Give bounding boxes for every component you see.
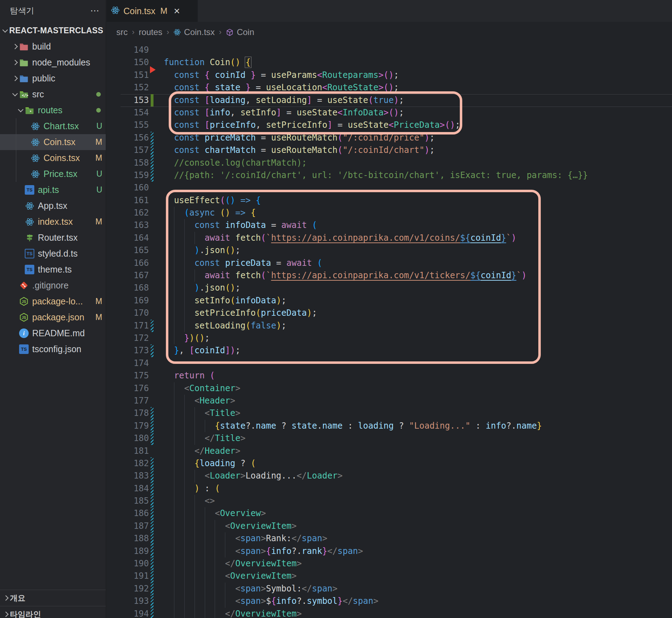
line-number[interactable]: 158 [106,157,149,169]
ts-file-icon: TS [19,344,29,354]
breadcrumb-segment-coin.tsx[interactable]: Coin.tsx [173,27,215,37]
line-number[interactable]: 157 [106,144,149,156]
chevron-right-icon [11,45,19,48]
node-file-icon: JS [19,297,29,306]
sidebar-item-app-tsx[interactable]: App.tsx [0,198,106,214]
sidebar-item--gitignore[interactable]: .gitignore [0,277,106,293]
code-editor[interactable]: 149150function Coin() {151 const { coinI… [106,44,672,618]
line-number[interactable]: 184 [106,482,149,495]
breadcrumb: src›routes› Coin.tsx› Coin [106,22,672,42]
line-number[interactable]: 172 [106,332,149,344]
breadcrumb-segment-src[interactable]: src [116,27,128,37]
line-number[interactable]: 192 [106,583,149,595]
sidebar-item-build[interactable]: build [0,39,106,55]
chevron-right-icon [11,76,19,80]
code-text: const [priceInfo, setPriceInfo] = useSta… [164,119,460,131]
line-number[interactable]: 153 [106,94,149,107]
sidebar-item-router-tsx[interactable]: Router.tsx [0,230,106,246]
line-number[interactable]: 176 [106,382,149,395]
line-number[interactable]: 179 [106,420,149,432]
code-text: <> [164,495,215,507]
sidebar-item-package-json[interactable]: JSpackage.jsonM [0,309,106,325]
line-number[interactable]: 175 [106,370,149,382]
sidebar-item-package-lo-[interactable]: JSpackage-lo...M [0,293,106,309]
code-line-161: 161 useEffect(() => { [106,194,672,207]
line-number[interactable]: 182 [106,457,149,470]
line-number[interactable]: 160 [106,182,149,194]
sidebar-item-index-tsx[interactable]: index.tsxM [0,214,106,230]
line-number[interactable]: 152 [106,81,149,94]
line-number[interactable]: 191 [106,570,149,582]
line-number[interactable]: 173 [106,344,149,357]
line-number[interactable]: 167 [106,269,149,282]
sidebar-item-src[interactable]: </>src [0,86,106,102]
tab-coin-tsx[interactable]: Coin.tsx M × [106,0,198,22]
line-number[interactable]: 150 [106,56,149,69]
ts-file-icon: TS [25,185,34,195]
file-label: package-lo... [32,296,83,307]
line-number[interactable]: 159 [106,169,149,182]
panel-outline[interactable]: 개요 [0,590,106,606]
gutter-modified-indicator [151,520,153,532]
code-line-184: 184 ) : ( [106,482,672,495]
line-number[interactable]: 155 [106,119,149,131]
code-text: setPriceInfo(priceData); [164,307,317,319]
line-number[interactable]: 154 [106,107,149,119]
tso-file-icon: TS [25,249,34,258]
line-number[interactable]: 163 [106,219,149,231]
breadcrumb-label: src [116,27,128,37]
line-number[interactable]: 171 [106,320,149,332]
line-number[interactable]: 188 [106,532,149,545]
code-text: (async () => { [164,207,256,219]
sidebar-item-node-modules[interactable]: node_modules [0,55,106,70]
breadcrumb-segment-coin[interactable]: Coin [226,27,254,37]
code-lines: 149150function Coin() {151 const { coinI… [106,44,672,618]
breadcrumb-label: Coin.tsx [184,27,215,37]
line-number[interactable]: 168 [106,282,149,294]
line-number[interactable]: 180 [106,432,149,445]
line-number[interactable]: 149 [106,44,149,56]
line-number[interactable]: 177 [106,395,149,407]
line-number[interactable]: 193 [106,595,149,607]
line-number[interactable]: 161 [106,194,149,207]
line-number[interactable]: 174 [106,357,149,370]
svg-text:JS: JS [22,316,26,320]
line-number[interactable]: 169 [106,294,149,307]
explorer-more-icon[interactable]: ⋯ [90,5,100,16]
line-number[interactable]: 162 [106,207,149,219]
gutter-marker-indicator [151,69,153,81]
line-number[interactable]: 183 [106,470,149,482]
line-number[interactable]: 186 [106,507,149,520]
sidebar-item-readme-md[interactable]: iREADME.md [0,325,106,341]
line-number[interactable]: 156 [106,132,149,144]
react-icon [111,6,120,16]
line-number[interactable]: 170 [106,307,149,319]
line-number[interactable]: 194 [106,608,149,618]
panel-outline-label: 개요 [10,593,25,603]
line-number[interactable]: 164 [106,232,149,244]
sidebar-item-root[interactable]: REACT-MASTERCLASS [0,23,106,39]
line-number[interactable]: 166 [106,257,149,269]
sidebar-item-tsconfig-json[interactable]: TStsconfig.json [0,341,106,357]
sidebar-item-theme-ts[interactable]: TStheme.ts [0,262,106,277]
line-number[interactable]: 189 [106,545,149,557]
line-number[interactable]: 185 [106,495,149,507]
file-label: package.json [32,312,84,322]
line-number[interactable]: 181 [106,445,149,457]
line-number[interactable]: 151 [106,69,149,81]
line-number[interactable]: 178 [106,407,149,419]
line-number[interactable]: 190 [106,557,149,570]
breadcrumb-segment-routes[interactable]: routes [139,27,162,37]
sidebar-item-api-ts[interactable]: TSapi.tsU [0,182,106,198]
code-line-155: 155 const [priceInfo, setPriceInfo] = us… [106,119,672,131]
line-number[interactable]: 187 [106,520,149,532]
sidebar-item-public[interactable]: public [0,70,106,86]
code-line-177: 177 <Header> [106,395,672,407]
tab-close-icon[interactable]: × [174,6,180,16]
sidebar-item-routes[interactable]: ➤routes [0,102,106,118]
sidebar-item-styled-d-ts[interactable]: TSstyled.d.ts [0,246,106,262]
breadcrumb-separator: › [132,28,134,37]
line-number[interactable]: 165 [106,244,149,257]
code-text: const { state } = useLocation<RouteState… [164,81,399,94]
panel-timeline[interactable]: 타임라인 [0,606,106,618]
